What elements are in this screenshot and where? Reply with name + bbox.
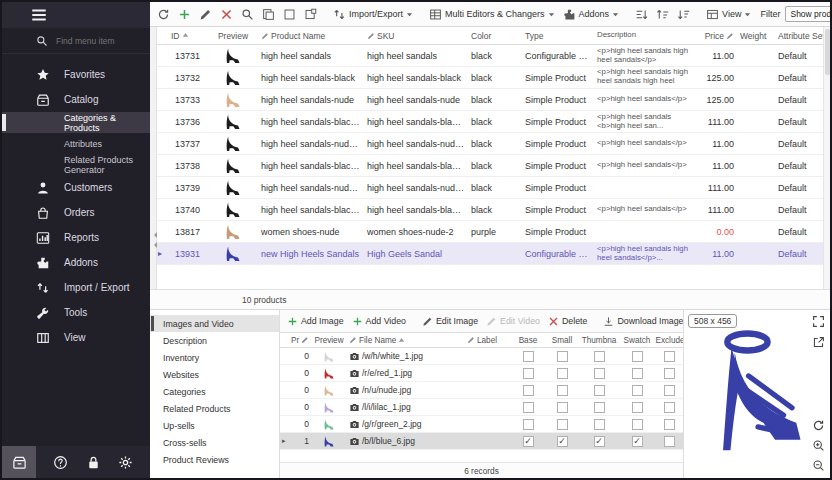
sidebar-item[interactable]: Customers <box>2 175 150 200</box>
detail-tab[interactable]: Cross-sells <box>150 434 279 451</box>
table-row[interactable]: 13817 women shoes-nude women shoes-nude-… <box>157 221 823 243</box>
settings-gear-icon[interactable] <box>118 455 133 470</box>
detail-tab[interactable]: Websites <box>150 366 279 383</box>
delete-product-button[interactable] <box>217 6 236 23</box>
edit-product-button[interactable] <box>196 6 215 23</box>
table-row[interactable]: ▸ 13931 new High Heels Sandals High Geel… <box>157 243 823 265</box>
column-header[interactable]: Product Name <box>258 31 364 41</box>
add-video-button[interactable]: Add Video <box>349 314 409 329</box>
small-checkbox[interactable] <box>557 351 568 362</box>
swatch-checkbox[interactable] <box>632 419 643 430</box>
sidebar-item[interactable]: Reports <box>2 225 150 250</box>
small-checkbox[interactable] <box>557 419 568 430</box>
menu-search-input[interactable] <box>56 36 136 46</box>
detail-tab[interactable]: Categories <box>150 383 279 400</box>
column-header[interactable]: Preview <box>311 336 347 345</box>
table-row[interactable]: 13739 high heel sandals-nude-37 high hee… <box>157 177 823 199</box>
base-checkbox[interactable] <box>523 436 534 447</box>
small-checkbox[interactable] <box>557 368 568 379</box>
table-row[interactable]: 13740 high heel sandals-black-38 high he… <box>157 199 823 221</box>
open-external-icon[interactable] <box>812 336 825 349</box>
thumbnail-checkbox[interactable] <box>594 385 605 396</box>
base-checkbox[interactable] <box>523 385 534 396</box>
zoom-out-icon[interactable] <box>812 459 825 472</box>
exclude-checkbox[interactable] <box>664 419 675 430</box>
edit-video-button[interactable]: Edit Video <box>483 314 543 329</box>
table-row[interactable]: 13733 high heel sandals-nude high heel s… <box>157 89 823 111</box>
addons-dropdown[interactable]: Addons <box>560 6 623 23</box>
list-item[interactable]: ▸ 1 /b/l/blue_6.jpg <box>280 433 683 450</box>
refresh-preview-icon[interactable] <box>812 419 825 432</box>
select-button[interactable] <box>280 6 299 23</box>
small-checkbox[interactable] <box>557 385 568 396</box>
exclude-checkbox[interactable] <box>664 436 675 447</box>
edit-image-button[interactable]: Edit Image <box>419 314 481 329</box>
exclude-checkbox[interactable] <box>664 385 675 396</box>
swatch-checkbox[interactable] <box>632 402 643 413</box>
column-header[interactable]: Attribute Set Name <box>775 31 823 41</box>
column-header[interactable]: Weight <box>737 31 775 41</box>
column-header[interactable]: File Name <box>347 336 465 345</box>
import-export-dropdown[interactable]: Import/Export <box>330 6 416 23</box>
thumbnail-checkbox[interactable] <box>594 436 605 447</box>
detail-tab[interactable]: Product Reviews <box>150 451 279 468</box>
sidebar-item[interactable]: Related Products Generator <box>2 154 150 175</box>
sidebar-item[interactable]: Attributes <box>2 133 150 154</box>
catalog-shortcut-button[interactable] <box>2 446 36 478</box>
detail-tab[interactable]: Up-sells <box>150 417 279 434</box>
swatch-checkbox[interactable] <box>632 436 643 447</box>
column-header[interactable]: Thumbna <box>579 336 619 345</box>
sidebar-item[interactable]: Addons <box>2 250 150 275</box>
list-item[interactable]: 0 /n/u/nude.jpg <box>280 382 683 399</box>
scrollbar-thumb[interactable] <box>825 29 830 75</box>
clone-button[interactable] <box>301 6 320 23</box>
detail-tab[interactable]: Description <box>150 332 279 349</box>
column-header[interactable]: Preview <box>208 31 258 41</box>
column-header[interactable]: Pr <box>289 336 311 345</box>
add-product-button[interactable] <box>175 6 194 23</box>
column-header[interactable]: Description <box>594 31 697 40</box>
search-products-button[interactable] <box>238 6 257 23</box>
base-checkbox[interactable] <box>523 419 534 430</box>
column-header[interactable]: Type <box>522 31 594 41</box>
column-header[interactable]: Swatch <box>619 336 655 345</box>
lock-icon[interactable] <box>86 455 101 470</box>
list-item[interactable]: 0 /r/e/red_1.jpg <box>280 365 683 382</box>
panel-splitter[interactable] <box>150 27 157 289</box>
expand-all-button[interactable] <box>653 6 672 23</box>
exclude-checkbox[interactable] <box>664 351 675 362</box>
list-item[interactable]: 0 /w/h/white_1.jpg <box>280 348 683 365</box>
column-header[interactable]: Label <box>465 336 511 345</box>
add-image-button[interactable]: Add Image <box>284 314 347 329</box>
sidebar-item[interactable]: Categories & Products <box>2 112 150 133</box>
thumbnail-checkbox[interactable] <box>594 351 605 362</box>
base-checkbox[interactable] <box>523 368 534 379</box>
column-header[interactable]: ID <box>168 31 208 41</box>
column-header[interactable]: Base <box>511 336 545 345</box>
table-row[interactable]: 13738 high heel sandals-black-37 high he… <box>157 155 823 177</box>
table-row[interactable]: 13736 high heel sandals-black-36 high he… <box>157 111 823 133</box>
zoom-in-icon[interactable] <box>812 439 825 452</box>
hamburger-menu-icon[interactable] <box>30 6 48 24</box>
swatch-checkbox[interactable] <box>632 368 643 379</box>
small-checkbox[interactable] <box>557 436 568 447</box>
filter-select[interactable]: Show products from selected categories <box>785 6 830 22</box>
sidebar-item[interactable]: Orders <box>2 200 150 225</box>
multi-editors-dropdown[interactable]: Multi Editors & Changers <box>426 6 558 23</box>
list-item[interactable]: 0 /l/i/lilac_1.jpg <box>280 399 683 416</box>
sidebar-item[interactable]: View <box>2 325 150 350</box>
thumbnail-checkbox[interactable] <box>594 402 605 413</box>
download-image-button[interactable]: Download Image <box>600 314 683 329</box>
column-header[interactable]: Small <box>545 336 579 345</box>
sidebar-item[interactable]: Favorites <box>2 62 150 87</box>
sidebar-search[interactable] <box>2 28 150 54</box>
sidebar-item[interactable]: Import / Export <box>2 275 150 300</box>
list-item[interactable]: 0 /g/r/green_2.jpg <box>280 416 683 433</box>
exclude-checkbox[interactable] <box>664 368 675 379</box>
small-checkbox[interactable] <box>557 402 568 413</box>
vertical-scrollbar[interactable] <box>823 27 830 289</box>
detail-tab[interactable]: Images and Video <box>150 315 279 332</box>
refresh-button[interactable] <box>154 6 173 23</box>
base-checkbox[interactable] <box>523 402 534 413</box>
sidebar-item[interactable]: Catalog <box>2 87 150 112</box>
